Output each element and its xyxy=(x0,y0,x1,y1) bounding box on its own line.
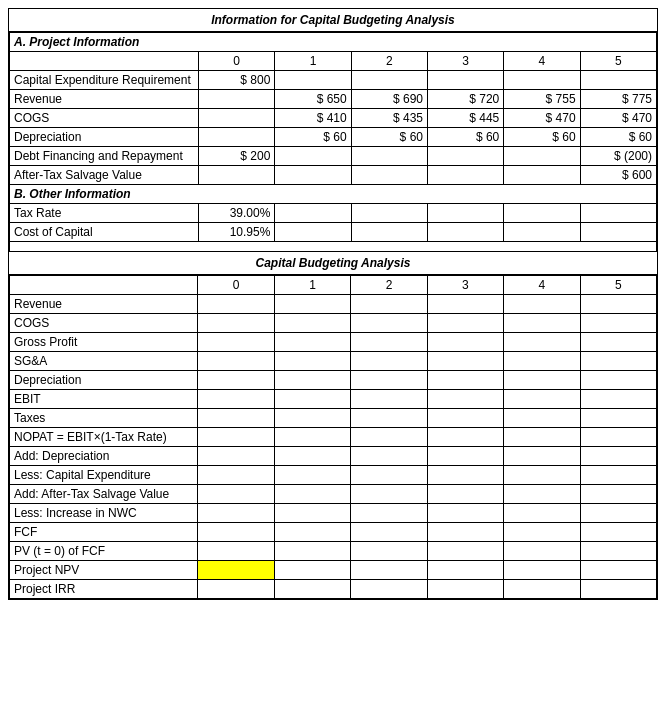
cell xyxy=(351,523,427,542)
cell xyxy=(427,466,503,485)
cell xyxy=(504,580,580,599)
cell xyxy=(198,542,274,561)
cell xyxy=(427,428,503,447)
row-label: Revenue xyxy=(10,90,199,109)
cell xyxy=(504,352,580,371)
cell xyxy=(504,409,580,428)
cell xyxy=(580,223,656,242)
cell xyxy=(198,447,274,466)
table-row: NOPAT = EBIT×(1-Tax Rate) xyxy=(10,428,657,447)
table-row: COGS xyxy=(10,314,657,333)
cell xyxy=(580,204,656,223)
cell xyxy=(580,447,656,466)
cell xyxy=(274,371,350,390)
table-row: Revenue xyxy=(10,295,657,314)
row-label: Add: Depreciation xyxy=(10,447,198,466)
cell xyxy=(580,390,656,409)
cell: $ 200 xyxy=(199,147,275,166)
cell xyxy=(275,147,351,166)
cell xyxy=(274,523,350,542)
cell xyxy=(351,561,427,580)
table-row: PV (t = 0) of FCF xyxy=(10,542,657,561)
cell xyxy=(275,223,351,242)
table2-title: Capital Budgeting Analysis xyxy=(9,252,657,275)
cell xyxy=(351,409,427,428)
cell xyxy=(504,204,580,223)
col-header-0: 0 xyxy=(198,276,274,295)
row-label: Debt Financing and Repayment xyxy=(10,147,199,166)
cell xyxy=(274,580,350,599)
table-row: After-Tax Salvage Value $ 600 xyxy=(10,166,657,185)
cell xyxy=(504,295,580,314)
cell xyxy=(198,295,274,314)
cell xyxy=(351,542,427,561)
cell xyxy=(274,542,350,561)
row-label: NOPAT = EBIT×(1-Tax Rate) xyxy=(10,428,198,447)
row-label: Depreciation xyxy=(10,371,198,390)
cell xyxy=(580,485,656,504)
cell xyxy=(427,71,503,90)
table-row: Capital Expenditure Requirement $ 800 xyxy=(10,71,657,90)
cell xyxy=(275,166,351,185)
cell xyxy=(351,295,427,314)
cell xyxy=(580,580,656,599)
cell xyxy=(351,166,427,185)
cell xyxy=(580,428,656,447)
cell xyxy=(427,333,503,352)
cell: $ 755 xyxy=(504,90,580,109)
row-label: Tax Rate xyxy=(10,204,199,223)
cell: $ 470 xyxy=(504,109,580,128)
table-row: Gross Profit xyxy=(10,333,657,352)
cell xyxy=(274,561,350,580)
row-label: PV (t = 0) of FCF xyxy=(10,542,198,561)
cell xyxy=(427,485,503,504)
cell xyxy=(351,390,427,409)
row-label: SG&A xyxy=(10,352,198,371)
cell xyxy=(274,352,350,371)
row-label: EBIT xyxy=(10,390,198,409)
cell xyxy=(351,223,427,242)
cell xyxy=(198,390,274,409)
cell xyxy=(275,71,351,90)
cell xyxy=(504,466,580,485)
row-label: Cost of Capital xyxy=(10,223,199,242)
cell-npv-0 xyxy=(198,561,274,580)
cell: $ 60 xyxy=(580,128,656,147)
cell xyxy=(351,147,427,166)
cell xyxy=(580,71,656,90)
cell: $ 650 xyxy=(275,90,351,109)
table-row: Project IRR xyxy=(10,580,657,599)
cell xyxy=(580,504,656,523)
cell: 39.00% xyxy=(199,204,275,223)
cell xyxy=(275,204,351,223)
cell xyxy=(351,580,427,599)
cell xyxy=(580,352,656,371)
cell: $ 720 xyxy=(427,90,503,109)
cell xyxy=(274,485,350,504)
table-row: Debt Financing and Repayment $ 200 $ (20… xyxy=(10,147,657,166)
cell xyxy=(274,333,350,352)
cell xyxy=(427,223,503,242)
cell: $ 60 xyxy=(275,128,351,147)
cell xyxy=(504,428,580,447)
table2: 0 1 2 3 4 5 Revenue COGS xyxy=(9,275,657,599)
cell xyxy=(580,314,656,333)
cell xyxy=(274,314,350,333)
cell: $ 800 xyxy=(199,71,275,90)
table-row: Add: After-Tax Salvage Value xyxy=(10,485,657,504)
cell xyxy=(504,447,580,466)
col-header-3: 3 xyxy=(427,276,503,295)
cell: $ 445 xyxy=(427,109,503,128)
cell xyxy=(580,333,656,352)
cell xyxy=(580,409,656,428)
table-row: Less: Capital Expenditure xyxy=(10,466,657,485)
cell xyxy=(199,90,275,109)
cell: $ 690 xyxy=(351,90,427,109)
table-row: Project NPV xyxy=(10,561,657,580)
cell xyxy=(427,561,503,580)
cell xyxy=(580,466,656,485)
cell xyxy=(351,466,427,485)
cell xyxy=(504,561,580,580)
cell xyxy=(580,542,656,561)
cell xyxy=(504,71,580,90)
